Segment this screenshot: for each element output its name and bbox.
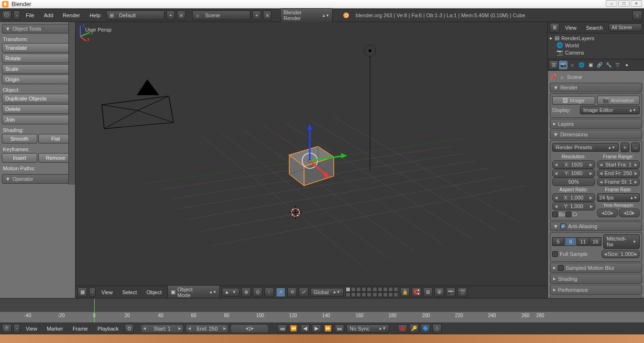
view3d-editor-icon[interactable]: ▦ [77, 288, 87, 297]
dimensions-panel-header[interactable]: ▼Dimensions [550, 130, 642, 139]
flat-button[interactable]: Flat [38, 134, 74, 144]
start-frame-field[interactable]: ◀Start Fra: 1▶ [597, 160, 640, 169]
shading-dropdown[interactable]: ●▼ [222, 288, 240, 297]
current-frame-indicator[interactable] [94, 299, 95, 322]
border-checkbox[interactable] [552, 211, 558, 217]
collapse-icon[interactable]: ◦ [13, 11, 20, 20]
back-to-previous-button[interactable]: ↕ [633, 11, 642, 20]
play-button[interactable]: ▶ [312, 324, 321, 333]
timeline-collapse-icon[interactable]: ◦ [13, 324, 20, 333]
aa-filter-dropdown[interactable]: Mitchell-Ne▼ [603, 234, 640, 249]
frame-step-field[interactable]: ◀Frame St: 1▶ [597, 177, 640, 186]
outliner-display-dropdown[interactable]: All Scene [609, 23, 642, 32]
current-frame-field[interactable]: ◀1▶ [230, 324, 269, 333]
menu-render[interactable]: Render [59, 11, 84, 20]
auto-keyframe-button[interactable] [398, 324, 407, 333]
render-engine-dropdown[interactable]: Blender Render▲▼ [280, 8, 333, 22]
material-tab-icon[interactable]: ● [622, 61, 631, 69]
render-panel-header[interactable]: ▼Render [550, 83, 642, 92]
performance-panel-header[interactable]: ▸Performance [550, 285, 642, 295]
smooth-button[interactable]: Smooth [2, 134, 37, 144]
aspect-x-field[interactable]: ◀X: 1.000▶ [552, 193, 595, 202]
timeline-playback-menu[interactable]: Playback [94, 324, 123, 333]
window-close-button[interactable]: × [631, 0, 642, 7]
lock-camera-icon[interactable]: 🔒 [400, 288, 410, 297]
select-menu[interactable]: Select [119, 288, 141, 297]
outliner-view-menu[interactable]: View [561, 23, 580, 32]
opengl-render-anim-icon[interactable]: 🎬 [458, 288, 467, 297]
object-menu[interactable]: Object [142, 288, 165, 297]
constraints-tab-icon[interactable]: 🔗 [595, 61, 604, 69]
smb-checkbox[interactable] [558, 265, 564, 271]
3d-viewport[interactable]: User Persp [76, 22, 547, 298]
shading-panel-header[interactable]: ▸Shading [550, 274, 642, 284]
mode-dropdown[interactable]: ▣Object Mode▲▼ [167, 285, 220, 299]
snap-element-icon[interactable]: ⊞ [423, 288, 433, 297]
smb-panel-header[interactable]: ▸Sampled Motion Blur [550, 263, 642, 273]
window-maximize-button[interactable]: □ [618, 0, 630, 7]
aa-checkbox[interactable] [560, 223, 566, 229]
outliner-item-world[interactable]: 🌐World [550, 42, 642, 49]
sync-dropdown[interactable]: No Sync▲▼ [346, 324, 389, 333]
layout-remove-button[interactable]: ✕ [177, 11, 186, 20]
duplicate-button[interactable]: Duplicate Objects [2, 94, 73, 103]
jump-to-end-button[interactable]: ⏭ [335, 324, 344, 333]
manipulator-scale-icon[interactable]: ⤢ [299, 288, 308, 297]
start-frame-timeline[interactable]: ◀Start: 1▶ [141, 324, 184, 333]
object-tab-icon[interactable]: ▣ [586, 61, 595, 69]
use-preview-range-icon[interactable]: ⏣ [124, 324, 134, 333]
scene-remove-button[interactable]: ✕ [263, 11, 272, 20]
render-animation-button[interactable]: 🎬Animation [597, 96, 640, 105]
aa-16-button[interactable]: 16 [589, 237, 601, 246]
scene-add-button[interactable]: + [252, 11, 261, 20]
remove-keyframe-button[interactable]: Remove [38, 153, 74, 163]
remap-old-field[interactable]: ◀10▶ [597, 209, 618, 217]
aspect-y-field[interactable]: ◀Y: 1.000▶ [552, 202, 595, 210]
viewport-canvas[interactable] [76, 22, 547, 298]
scene-tab-icon[interactable]: ☼ [568, 61, 577, 69]
menu-add[interactable]: Add [40, 11, 57, 20]
play-reverse-button[interactable]: ◀ [300, 324, 310, 333]
layout-browse-icon[interactable]: ⊞ [107, 12, 116, 19]
res-y-field[interactable]: ◀Y: 1080▶ [552, 169, 595, 177]
manipulator-rotate-icon[interactable]: ⟲ [287, 288, 297, 297]
lamp-object[interactable] [364, 45, 376, 170]
outliner-item-renderlayers[interactable]: ▸▤RenderLayers [550, 34, 642, 42]
res-x-field[interactable]: ◀X: 1920▶ [552, 160, 595, 169]
aa-11-button[interactable]: 11 [577, 237, 589, 246]
insert-keyframe-icon[interactable]: 🔷 [421, 324, 430, 333]
object-tools-header[interactable]: ▼Object Tools [2, 24, 73, 33]
render-tab-icon[interactable]: 📷 [559, 61, 568, 69]
manipulator-translate-icon[interactable]: ↗ [276, 288, 285, 297]
aa-8-button[interactable]: 8 [565, 237, 577, 246]
collapse-menus-icon[interactable]: ◦ [89, 288, 96, 297]
jump-to-start-button[interactable]: ⏮ [277, 324, 287, 333]
layout-dropdown[interactable]: ⊞ Default [106, 11, 164, 20]
full-sample-checkbox[interactable] [552, 251, 558, 257]
orientation-dropdown[interactable]: Global▲▼ [310, 288, 344, 297]
origin-button[interactable]: Origin [2, 75, 73, 84]
layers-panel-header[interactable]: ▸Layers [550, 119, 642, 129]
manipulator-toggle-icon[interactable]: ↕ [264, 288, 274, 297]
crop-checkbox[interactable] [566, 211, 571, 217]
timeline-view-menu[interactable]: View [22, 324, 41, 333]
window-minimize-button[interactable]: – [606, 0, 617, 7]
display-dropdown[interactable]: Image Editor▲▼ [580, 106, 640, 114]
props-editor-icon[interactable]: ☰ [549, 60, 558, 70]
render-presets-dropdown[interactable]: Render Presets▲▼ [552, 143, 619, 152]
pin-icon[interactable]: 📌 [550, 74, 557, 80]
fps-dropdown[interactable]: 24 fps▲▼ [597, 193, 640, 202]
render-image-button[interactable]: 🖼Image [552, 96, 595, 105]
rotate-button[interactable]: Rotate [2, 54, 73, 63]
view-menu[interactable]: View [98, 288, 117, 297]
operator-panel-header[interactable]: ▼Operator [2, 174, 73, 184]
scale-button[interactable]: Scale [2, 64, 73, 74]
remap-new-field[interactable]: ◀10▶ [619, 209, 640, 217]
timeline-marker-menu[interactable]: Marker [43, 324, 67, 333]
pivot-icon[interactable]: ⊕ [241, 288, 251, 297]
scene-breadcrumb[interactable]: Scene [567, 74, 582, 80]
snap-toggle-icon[interactable]: 🧲 [412, 288, 421, 297]
timeline-area[interactable]: -40-200204060801001201401601802002202402… [0, 298, 644, 322]
outliner-search-menu[interactable]: Search [582, 23, 607, 32]
delete-keyframe-icon[interactable]: ◇ [432, 324, 442, 333]
